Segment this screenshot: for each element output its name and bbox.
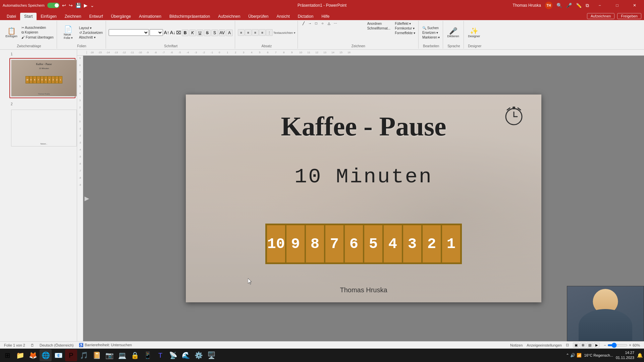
sort-view-button[interactable]: ⊞ xyxy=(580,343,586,348)
decrease-font-icon[interactable]: A↓ xyxy=(170,30,175,35)
char-spacing-button[interactable]: AV xyxy=(219,29,225,36)
abschnitt-button[interactable]: Abschnitt ▾ xyxy=(78,35,104,40)
close-button[interactable]: ✕ xyxy=(628,0,641,11)
anordnen-button[interactable]: Anordnen xyxy=(366,21,391,26)
customize-icon[interactable]: ⌄ xyxy=(90,3,94,8)
tab-ueberpruefen[interactable]: Überprüfen xyxy=(244,13,272,20)
tab-dictation[interactable]: Dictation xyxy=(294,13,318,20)
taskbar-edge[interactable]: 🌊 xyxy=(180,349,192,361)
tab-aufzeichnen[interactable]: Aufzeichnen xyxy=(214,13,244,20)
kontur-button[interactable]: Formkontur ▾ xyxy=(394,26,416,31)
present-view-button[interactable]: ▶ xyxy=(594,343,600,348)
taskbar-app11[interactable]: 📱 xyxy=(142,349,154,361)
shape-more[interactable]: ⋯ xyxy=(332,21,338,25)
shape-circle[interactable]: ○ xyxy=(320,21,326,25)
taskbar-app15[interactable]: ⚙️ xyxy=(193,349,205,361)
align-left-button[interactable]: ≡ xyxy=(238,29,245,36)
present-mode-icon[interactable]: ⧉ xyxy=(586,3,589,8)
taskbar-app5[interactable]: 🎵 xyxy=(78,349,90,361)
system-tray[interactable]: ⌃ 🔊 📶 xyxy=(566,353,582,358)
shape-arrow[interactable]: → xyxy=(307,21,313,25)
markieren-button[interactable]: Markieren ▾ xyxy=(421,35,441,40)
tab-ansicht[interactable]: Ansicht xyxy=(272,13,293,20)
pen-icon[interactable]: ✏️ xyxy=(576,3,582,8)
countdown-5[interactable]: 5 xyxy=(364,225,383,263)
taskbar-app10[interactable]: 🔒 xyxy=(129,349,141,361)
countdown-6[interactable]: 6 xyxy=(344,225,364,263)
taskbar-powerpoint[interactable]: P xyxy=(65,349,77,361)
slide-subtitle[interactable]: 10 Minuten xyxy=(294,165,433,189)
share-button[interactable]: Freigeben xyxy=(617,13,641,19)
start-button[interactable]: ⊞ xyxy=(1,349,13,361)
notes-icon[interactable]: 🗒 xyxy=(31,343,34,347)
taskbar-photos[interactable]: 📷 xyxy=(103,349,115,361)
zoom-out-button[interactable]: − xyxy=(604,343,606,348)
countdown-10[interactable]: 10 xyxy=(266,225,286,263)
align-right-button[interactable]: ≡ xyxy=(252,29,259,36)
display-settings-button[interactable]: Anzeigeeinstellungen xyxy=(527,343,562,347)
shadow-button[interactable]: S xyxy=(211,29,218,36)
suchen-button[interactable]: 🔍 Suchen xyxy=(421,26,441,30)
taskbar-app13[interactable]: 📡 xyxy=(167,349,179,361)
layout-button[interactable]: Layout ▾ xyxy=(78,26,104,30)
fit-icon[interactable]: ⊡ xyxy=(566,343,569,347)
slide-title[interactable]: Kaffee - Pause xyxy=(281,111,446,142)
restore-button[interactable]: □ xyxy=(610,0,624,11)
zuruecksetzen-button[interactable]: ↺ Zurücksetzen xyxy=(78,31,104,35)
normal-view-button[interactable]: ▣ xyxy=(573,343,579,348)
record-button[interactable]: Aufzeichnen xyxy=(587,13,615,19)
fuelleffekt-button[interactable]: Fülleffekt ▾ xyxy=(394,21,416,26)
shape-rect[interactable]: □ xyxy=(313,21,319,25)
bold-button[interactable]: B xyxy=(182,29,189,36)
countdown-7[interactable]: 7 xyxy=(325,225,344,263)
slide-thumb-2[interactable]: Notizen... xyxy=(9,108,75,148)
countdown-1[interactable]: 1 xyxy=(441,225,461,263)
read-view-button[interactable]: ▤ xyxy=(587,343,593,348)
save-icon[interactable]: 💾 xyxy=(75,3,81,8)
taskbar-app9[interactable]: 💻 xyxy=(116,349,128,361)
font-color-button[interactable]: A xyxy=(226,29,233,36)
tab-bildschirmpraesentation[interactable]: Bildschirmpräsentation xyxy=(165,13,214,20)
countdown-4[interactable]: 4 xyxy=(383,225,402,263)
notification-icon[interactable]: 🔔 xyxy=(637,353,643,358)
taskbar-explorer[interactable]: 📁 xyxy=(14,349,26,361)
designer-button[interactable]: ✨ Designer xyxy=(467,27,481,39)
redo-icon[interactable]: ↪ xyxy=(69,3,73,8)
taskbar-onenote[interactable]: 📔 xyxy=(91,349,103,361)
zoom-slider[interactable] xyxy=(607,344,628,346)
font-size-select[interactable] xyxy=(150,29,163,36)
slide-thumb-1[interactable]: Kaffee - Pause 10 Minuten 10 9 8 7 6 5 4… xyxy=(9,58,75,98)
einfuegen-button[interactable]: 📋 Einfügen xyxy=(3,27,19,39)
format-button[interactable]: 🖌 Format übertragen xyxy=(20,35,55,40)
kopieren-button[interactable]: ⧉ Kopieren xyxy=(20,30,55,35)
tab-animationen[interactable]: Animationen xyxy=(135,13,165,20)
tab-hilfe[interactable]: Hilfe xyxy=(317,13,333,20)
taskbar-chrome[interactable]: 🌐 xyxy=(40,349,52,361)
taskbar-app16[interactable]: 🖥️ xyxy=(205,349,217,361)
shape-line[interactable]: ╱ xyxy=(301,21,307,25)
tab-uebergaenge[interactable]: Übergänge xyxy=(107,13,135,20)
tab-start[interactable]: Start xyxy=(20,13,37,20)
neue-folie-button[interactable]: 📄 NeueFolie ▾ xyxy=(60,25,77,40)
prev-slide-button[interactable]: ▶ xyxy=(83,193,91,203)
countdown-9[interactable]: 9 xyxy=(286,225,305,263)
columns-button[interactable]: ⋮ xyxy=(266,29,273,36)
ausschneiden-button[interactable]: ✂ Ausschneiden xyxy=(20,25,55,30)
justify-button[interactable]: ≡ xyxy=(259,29,266,36)
mic-icon[interactable]: 🎤 xyxy=(566,3,572,8)
taskbar-outlook[interactable]: 📧 xyxy=(52,349,64,361)
countdown-2[interactable]: 2 xyxy=(422,225,441,263)
clear-format-icon[interactable]: ⌧ xyxy=(176,30,181,35)
tab-zeichnen[interactable]: Zeichnen xyxy=(61,13,85,20)
countdown-8[interactable]: 8 xyxy=(305,225,325,263)
tab-datei[interactable]: Datei xyxy=(3,13,20,20)
shape-tri[interactable]: △ xyxy=(326,21,332,25)
slide-main[interactable]: Kaffee - Pause 10 Minuten 10 9 8 7 6 5 4… xyxy=(186,95,541,302)
autosave-toggle[interactable] xyxy=(47,3,59,8)
slide-viewport[interactable]: Kaffee - Pause 10 Minuten 10 9 8 7 6 5 4… xyxy=(83,56,644,341)
minimize-button[interactable]: − xyxy=(593,0,606,11)
font-family-select[interactable] xyxy=(109,29,149,36)
search-ribbon-icon[interactable]: 🔍 xyxy=(556,3,562,8)
zoom-in-button[interactable]: + xyxy=(629,343,631,348)
notes-button[interactable]: Notizen xyxy=(510,343,523,347)
